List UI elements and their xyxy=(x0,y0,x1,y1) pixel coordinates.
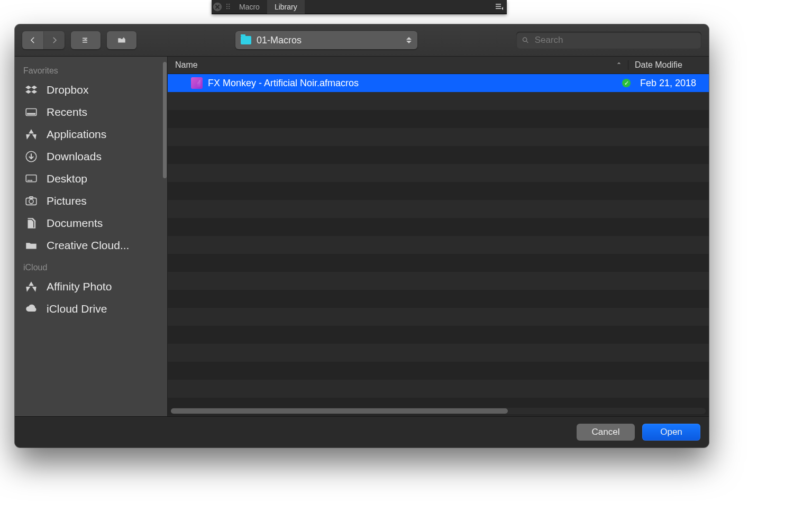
desktop-icon xyxy=(23,172,39,186)
sidebar-item-documents[interactable]: Documents xyxy=(15,212,167,234)
sidebar-item-label: Creative Cloud... xyxy=(47,239,129,252)
search-icon xyxy=(522,36,530,44)
sidebar-item-label: Dropbox xyxy=(47,84,88,96)
sidebar-item-label: Affinity Photo xyxy=(47,280,112,293)
sidebar-item-recents[interactable]: Recents xyxy=(15,101,167,123)
file-name: FX Monkey - Artificial Noir.afmacros xyxy=(208,78,622,89)
sidebar-header-icloud: iCloud xyxy=(15,257,167,276)
sidebar-item-label: Documents xyxy=(47,217,103,230)
current-folder-label: 01-Macros xyxy=(257,35,302,46)
downloads-icon xyxy=(23,150,39,163)
sidebar: Favorites Dropbox Recents Applications xyxy=(15,57,167,416)
sidebar-item-label: Downloads xyxy=(47,150,102,163)
horizontal-scrollbar[interactable] xyxy=(171,408,706,414)
up-down-icon xyxy=(405,33,413,47)
sidebar-item-icloud-drive[interactable]: iCloud Drive xyxy=(15,298,167,320)
svg-point-1 xyxy=(523,38,526,41)
dialog-footer: Cancel Open xyxy=(15,416,709,447)
documents-icon xyxy=(23,216,39,230)
nav-back-forward xyxy=(22,31,65,49)
sort-ascending-icon: ⌃ xyxy=(616,61,622,69)
sidebar-item-dropbox[interactable]: Dropbox xyxy=(15,79,167,101)
column-header-date[interactable]: Date Modifie xyxy=(628,60,709,70)
sync-ok-icon: ✓ xyxy=(622,79,631,87)
sidebar-header-favorites: Favorites xyxy=(15,60,167,79)
forward-button[interactable] xyxy=(43,31,65,49)
applications-icon xyxy=(23,127,39,141)
svg-rect-3 xyxy=(27,113,35,115)
panel-menu-icon[interactable] xyxy=(492,0,507,14)
sidebar-item-label: Recents xyxy=(47,106,87,118)
scrollbar-thumb[interactable] xyxy=(171,408,508,414)
open-button[interactable]: Open xyxy=(642,424,700,441)
column-header-name[interactable]: Name ⌃ xyxy=(168,60,628,70)
file-open-dialog: 01-Macros Favorites Dropbox xyxy=(15,24,709,447)
column-header-row: Name ⌃ Date Modifie xyxy=(168,57,709,74)
pictures-icon xyxy=(23,194,39,208)
recents-icon xyxy=(23,105,39,119)
svg-point-7 xyxy=(30,180,31,181)
file-rows[interactable]: FX Monkey - Artificial Noir.afmacros ✓ F… xyxy=(168,74,709,416)
new-folder-button[interactable] xyxy=(107,31,136,49)
tab-macro[interactable]: Macro xyxy=(232,0,267,14)
sidebar-item-desktop[interactable]: Desktop xyxy=(15,168,167,190)
sidebar-item-applications[interactable]: Applications xyxy=(15,123,167,145)
afmacros-file-icon xyxy=(191,77,203,89)
sidebar-item-downloads[interactable]: Downloads xyxy=(15,145,167,168)
file-row[interactable]: FX Monkey - Artificial Noir.afmacros ✓ F… xyxy=(168,74,709,92)
sidebar-item-label: Applications xyxy=(47,128,106,141)
dropbox-icon xyxy=(23,83,39,97)
svg-point-8 xyxy=(31,180,32,181)
cancel-button[interactable]: Cancel xyxy=(577,424,635,441)
svg-point-10 xyxy=(29,199,33,204)
sidebar-item-label: iCloud Drive xyxy=(47,303,107,315)
panel-tab-strip: ⠿ Macro Library xyxy=(212,0,507,14)
search-field[interactable] xyxy=(516,32,701,49)
cloud-icon xyxy=(23,302,39,316)
dialog-toolbar: 01-Macros xyxy=(15,24,709,57)
file-date: Feb 21, 2018 xyxy=(640,78,709,89)
back-button[interactable] xyxy=(22,31,43,49)
sidebar-scrollbar[interactable] xyxy=(163,62,167,178)
sidebar-item-label: Desktop xyxy=(47,172,87,185)
search-input[interactable] xyxy=(534,34,696,46)
tab-library[interactable]: Library xyxy=(267,0,305,14)
view-mode-button[interactable] xyxy=(71,31,101,49)
svg-point-6 xyxy=(28,180,29,181)
applications-icon xyxy=(23,280,39,294)
folder-icon xyxy=(23,239,39,252)
file-list-pane: Name ⌃ Date Modifie FX Monkey - Artifici… xyxy=(167,57,709,416)
folder-icon xyxy=(241,36,251,44)
close-icon[interactable] xyxy=(212,0,223,14)
drag-handle-icon[interactable]: ⠿ xyxy=(223,0,232,14)
folder-path-popup[interactable]: 01-Macros xyxy=(235,31,417,49)
sidebar-item-label: Pictures xyxy=(47,195,87,207)
sidebar-item-pictures[interactable]: Pictures xyxy=(15,190,167,212)
sidebar-item-affinity-photo[interactable]: Affinity Photo xyxy=(15,276,167,298)
sidebar-item-creative-cloud[interactable]: Creative Cloud... xyxy=(15,234,167,257)
